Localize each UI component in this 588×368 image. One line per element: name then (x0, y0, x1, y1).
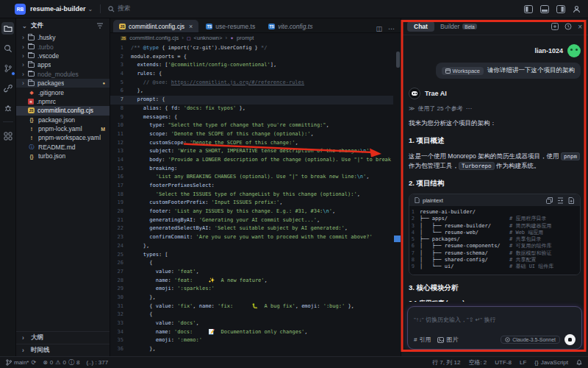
todo-counter[interactable]: (..) : 377 (86, 359, 108, 366)
chevron-down-icon[interactable]: ⌄ (88, 6, 93, 13)
code-line[interactable]: 33 value: 'docs', (110, 319, 393, 328)
search-icon[interactable] (1, 42, 14, 54)
insert-code-icon[interactable] (557, 197, 564, 204)
toggle-left-panel-icon[interactable] (524, 5, 533, 13)
image-button[interactable]: 图片 (437, 336, 458, 344)
explorer-actions-icon[interactable] (96, 23, 104, 29)
code-line[interactable]: 25 types: [ (110, 251, 393, 260)
sidebar-file-item[interactable]: ›.vscode (16, 52, 110, 60)
new-file-icon[interactable] (568, 197, 575, 204)
remote-link-icon[interactable] (1, 82, 14, 94)
debug-bug-icon[interactable] (1, 102, 14, 114)
editor-tab[interactable]: JScommitlint.config.cjs× (113, 20, 198, 32)
code-line[interactable]: 31 { value: 'fix', name: 'fix: 🐛 A bug f… (110, 302, 393, 311)
chat-input-field[interactable] (414, 316, 576, 323)
tab-close-icon[interactable]: × (189, 23, 193, 30)
code-line[interactable]: 15 breaking: (110, 165, 393, 174)
code-line[interactable]: 7 prompt: { (110, 96, 393, 105)
sidebar-file-item[interactable]: ›.turbo (16, 42, 110, 51)
sidebar-file-item[interactable]: !pnpm-lock.yamlM (16, 124, 110, 133)
code-line[interactable]: 3 extends: ['@commitlint/config-conventi… (110, 61, 393, 70)
code-line[interactable]: 4 rules: { (110, 70, 393, 79)
close-icon[interactable]: × (578, 23, 582, 31)
history-icon[interactable] (564, 23, 572, 30)
chevron-down-icon[interactable]: ⌄ (22, 23, 28, 29)
workspace-context-chip[interactable]: Workspace (442, 67, 484, 75)
code-line[interactable]: 8 alias: { fd: 'docs: fix typos' }, (110, 105, 393, 113)
code-line[interactable]: 11 scope: 'Denote the SCOPE of this chan… (110, 130, 393, 139)
code-line[interactable]: 17 footerPrefixesSelect: (110, 182, 393, 191)
editor-tab[interactable]: TSvite.config.ts (262, 20, 318, 32)
code-line[interactable]: 14 body: 'Provide a LONGER description o… (110, 156, 393, 165)
breadcrumb-symbol[interactable]: <unknown> (194, 35, 223, 41)
reference-button[interactable]: # 引用 (414, 336, 431, 344)
workspace-name[interactable]: resume-ai-builder (30, 5, 86, 13)
sidebar-file-item[interactable]: {}package.json (16, 116, 110, 124)
sidebar-file-item[interactable]: n.npmrc (16, 97, 110, 106)
sidebar-file-item[interactable]: ◆.gitignore (16, 88, 110, 96)
model-selector[interactable]: Claude-3.5-Sonnet (501, 336, 560, 344)
code-line[interactable]: 12 customScope: 'Denote the SCOPE of thi… (110, 139, 393, 148)
sidebar-file-item[interactable]: JScommitlint.config.cjs (16, 106, 110, 115)
new-chat-icon[interactable] (551, 23, 559, 30)
code-line[interactable]: 34 name: 'docs: 📝 Documentation only cha… (110, 328, 393, 337)
code-line[interactable]: 1/** @type { import('cz-git').UserConfig… (110, 44, 393, 53)
code-line[interactable]: 6 }, (110, 87, 393, 96)
breadcrumb-file[interactable]: commitlint.config.cjs (129, 35, 179, 41)
git-branch-indicator[interactable]: main* ⟳ (6, 359, 36, 366)
code-line[interactable]: 18 'Select the ISSUES type of changeList… (110, 191, 393, 199)
language-mode[interactable]: {} JavaScript (534, 359, 568, 366)
send-button[interactable] (564, 334, 576, 345)
editor-scrollbar[interactable] (396, 52, 400, 68)
code-line[interactable]: 32 { (110, 311, 393, 319)
toggle-bottom-panel-icon[interactable] (540, 5, 549, 13)
breadcrumb-property[interactable]: prompt (237, 35, 254, 41)
explorer-icon[interactable] (1, 22, 14, 35)
code-line[interactable]: 22 generatedSelectByAI: 'Select suitable… (110, 224, 393, 233)
code-line[interactable]: 21 generatingByAI: 'Generating your AI c… (110, 216, 393, 225)
eol-setting[interactable]: LF (520, 359, 526, 366)
code-line[interactable]: 16 'List any BREAKING CHANGES (optional)… (110, 173, 393, 182)
sidebar-file-item[interactable]: {}turbo.json (16, 152, 110, 160)
code-line[interactable]: 13 subject: 'Write a SHORT, IMPERATIVE t… (110, 147, 393, 156)
chat-input-box[interactable]: # 引用 图片 Claude-3.5-Sonnet (407, 306, 582, 350)
more-actions-icon[interactable]: ⋯ (388, 25, 395, 32)
account-icon[interactable] (573, 5, 581, 13)
code-line[interactable]: 19 customFooterPrefix: 'Input ISSUES pre… (110, 199, 393, 208)
extensions-grid-icon[interactable] (1, 130, 14, 142)
code-line[interactable]: 30 }, (110, 294, 393, 302)
code-editor[interactable]: 1/** @type { import('cz-git').UserConfig… (110, 44, 393, 356)
editor-tab[interactable]: TSuse-resume.ts (200, 20, 261, 32)
timeline-section[interactable]: › 时间线 (16, 344, 110, 356)
copy-icon[interactable] (546, 197, 553, 204)
tab-builder[interactable]: Builder Beta (440, 23, 477, 30)
code-line[interactable]: 27 value: 'feat', (110, 268, 393, 277)
outline-section[interactable]: › 大纲 (16, 331, 110, 344)
code-line[interactable]: 24 }, (110, 242, 393, 251)
code-line[interactable]: 26 { (110, 259, 393, 268)
code-line[interactable]: 2module.exports = { (110, 53, 393, 62)
code-line[interactable]: 36 }, (110, 345, 393, 354)
breadcrumb[interactable]: JS commitlint.config.cjs › ▢ <unknown> ›… (110, 33, 401, 43)
code-line[interactable]: 10 type: "Select the type of change that… (110, 121, 393, 130)
split-editor-icon[interactable]: ◫ (376, 25, 382, 32)
sidebar-file-item[interactable]: ›apps (16, 60, 110, 69)
code-line[interactable]: 9 messages: { (110, 113, 393, 122)
sidebar-file-item[interactable]: ›.husky (16, 33, 110, 42)
code-line[interactable]: 23 confirmCommit: 'Are you sure you want… (110, 233, 393, 242)
code-line[interactable]: 35 emoji: ':memo:' (110, 336, 393, 345)
toggle-right-panel-icon[interactable] (556, 5, 565, 13)
cursor-position[interactable]: 行 7, 列 12 (432, 358, 460, 367)
sidebar-file-item[interactable]: ›packages● (16, 79, 110, 88)
tab-chat[interactable]: Chat (407, 21, 434, 32)
code-line[interactable]: 29 emoji: ':sparkles:' (110, 285, 393, 294)
sidebar-file-item[interactable]: ⓘREADME.md (16, 143, 110, 152)
sidebar-file-item[interactable]: ›node_modules (16, 70, 110, 79)
encoding-setting[interactable]: UTF-8 (495, 359, 512, 366)
notifications-bell[interactable] (576, 359, 582, 366)
source-control-icon[interactable] (1, 62, 14, 74)
global-search-button[interactable]: 搜索 (108, 4, 130, 13)
problems-indicator[interactable]: ⊗ 0 ⚠ 0 ⓘ 8 (43, 358, 79, 367)
indentation-setting[interactable]: 空格: 2 (468, 358, 487, 367)
code-line[interactable]: 5 // @see: https://commitlint.js.org/#/r… (110, 79, 393, 88)
